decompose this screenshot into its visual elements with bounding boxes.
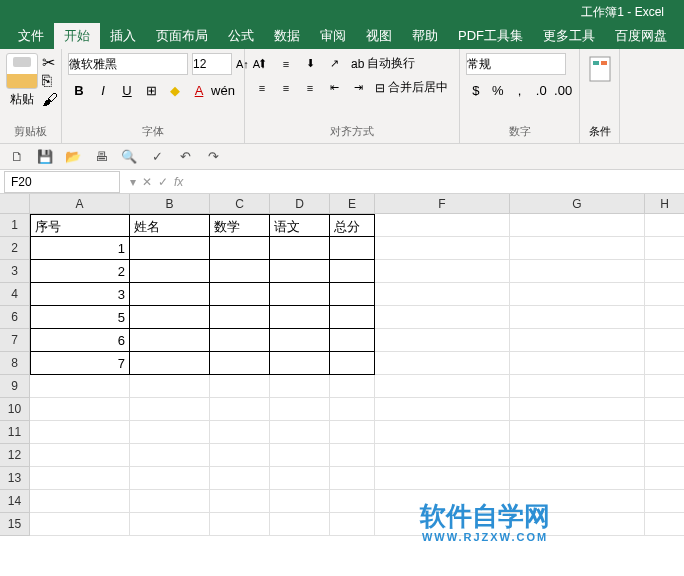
row-header[interactable]: 11 — [0, 421, 30, 444]
underline-button[interactable]: U — [116, 79, 138, 101]
merge-center-button[interactable]: ⊟ 合并后居中 — [371, 77, 452, 98]
cell[interactable] — [270, 421, 330, 444]
cell[interactable] — [30, 421, 130, 444]
formula-input[interactable] — [189, 172, 684, 192]
italic-button[interactable]: I — [92, 79, 114, 101]
cell[interactable] — [210, 444, 270, 467]
cell[interactable] — [130, 421, 210, 444]
tab-file[interactable]: 文件 — [8, 23, 54, 49]
row-header[interactable]: 10 — [0, 398, 30, 421]
row-header[interactable]: 12 — [0, 444, 30, 467]
font-color-button[interactable]: A — [188, 79, 210, 101]
cell[interactable] — [645, 490, 684, 513]
cell[interactable] — [375, 421, 510, 444]
cell[interactable] — [270, 444, 330, 467]
cell[interactable] — [210, 283, 270, 306]
cell[interactable] — [510, 260, 645, 283]
spell-icon[interactable]: ✓ — [148, 148, 166, 166]
percent-icon[interactable]: % — [488, 79, 508, 101]
cell[interactable] — [375, 352, 510, 375]
increase-decimal-icon[interactable]: .0 — [531, 79, 551, 101]
cell[interactable] — [510, 467, 645, 490]
cell[interactable] — [375, 444, 510, 467]
cell[interactable] — [30, 467, 130, 490]
cell[interactable] — [130, 375, 210, 398]
align-top-icon[interactable]: ⬆ — [251, 54, 273, 74]
cell[interactable] — [210, 306, 270, 329]
cell[interactable] — [510, 329, 645, 352]
border-button[interactable]: ⊞ — [140, 79, 162, 101]
cell[interactable] — [510, 375, 645, 398]
cell[interactable] — [645, 214, 684, 237]
cell[interactable] — [210, 260, 270, 283]
row-header[interactable]: 15 — [0, 513, 30, 536]
format-painter-icon[interactable]: 🖌 — [42, 91, 58, 107]
indent-decrease-icon[interactable]: ⇤ — [323, 78, 345, 98]
cell[interactable] — [645, 260, 684, 283]
cell[interactable] — [330, 283, 375, 306]
cell[interactable] — [330, 490, 375, 513]
cell[interactable] — [510, 444, 645, 467]
decrease-decimal-icon[interactable]: .00 — [553, 79, 573, 101]
col-header[interactable]: G — [510, 194, 645, 214]
cell[interactable] — [210, 513, 270, 536]
row-header[interactable]: 13 — [0, 467, 30, 490]
cell[interactable] — [210, 398, 270, 421]
cell[interactable] — [210, 490, 270, 513]
col-header[interactable]: F — [375, 194, 510, 214]
cell[interactable] — [30, 490, 130, 513]
cell[interactable] — [375, 214, 510, 237]
cell[interactable] — [510, 398, 645, 421]
tab-formulas[interactable]: 公式 — [218, 23, 264, 49]
cell[interactable]: 总分 — [330, 214, 375, 237]
cell[interactable]: 7 — [30, 352, 130, 375]
row-header[interactable]: 9 — [0, 375, 30, 398]
row-header[interactable]: 2 — [0, 237, 30, 260]
indent-increase-icon[interactable]: ⇥ — [347, 78, 369, 98]
save-icon[interactable]: 💾 — [36, 148, 54, 166]
cell[interactable] — [130, 490, 210, 513]
cell[interactable] — [510, 513, 645, 536]
align-right-icon[interactable]: ≡ — [299, 78, 321, 98]
enter-icon[interactable]: ✓ — [158, 175, 168, 189]
cell[interactable] — [375, 306, 510, 329]
cell[interactable] — [375, 467, 510, 490]
cell[interactable] — [210, 467, 270, 490]
cell[interactable] — [270, 237, 330, 260]
font-size-select[interactable] — [192, 53, 232, 75]
cell[interactable] — [270, 329, 330, 352]
open-icon[interactable]: 📂 — [64, 148, 82, 166]
row-header[interactable]: 7 — [0, 329, 30, 352]
align-bottom-icon[interactable]: ⬇ — [299, 54, 321, 74]
cell[interactable] — [330, 421, 375, 444]
cell[interactable] — [330, 260, 375, 283]
bold-button[interactable]: B — [68, 79, 90, 101]
tab-more[interactable]: 更多工具 — [533, 23, 605, 49]
spreadsheet-grid[interactable]: ABCDEFGH 12346789101112131415 序号姓名数学语文总分… — [0, 194, 684, 554]
cell[interactable] — [210, 375, 270, 398]
cell[interactable]: 6 — [30, 329, 130, 352]
tab-view[interactable]: 视图 — [356, 23, 402, 49]
cell[interactable] — [645, 283, 684, 306]
cell[interactable] — [330, 444, 375, 467]
cell[interactable] — [645, 329, 684, 352]
select-all-corner[interactable] — [0, 194, 30, 214]
cell[interactable] — [645, 421, 684, 444]
phonetic-button[interactable]: wén — [212, 79, 234, 101]
cell[interactable] — [510, 214, 645, 237]
tab-review[interactable]: 审阅 — [310, 23, 356, 49]
cell[interactable] — [645, 398, 684, 421]
cell[interactable] — [510, 421, 645, 444]
row-header[interactable]: 4 — [0, 283, 30, 306]
cell[interactable] — [375, 398, 510, 421]
tab-home[interactable]: 开始 — [54, 23, 100, 49]
comma-icon[interactable]: , — [510, 79, 530, 101]
cell[interactable] — [645, 375, 684, 398]
cell[interactable] — [130, 398, 210, 421]
cell[interactable] — [210, 237, 270, 260]
cell[interactable] — [510, 352, 645, 375]
cell[interactable] — [645, 467, 684, 490]
cell[interactable] — [375, 490, 510, 513]
tab-baidu[interactable]: 百度网盘 — [605, 23, 677, 49]
cell[interactable]: 2 — [30, 260, 130, 283]
